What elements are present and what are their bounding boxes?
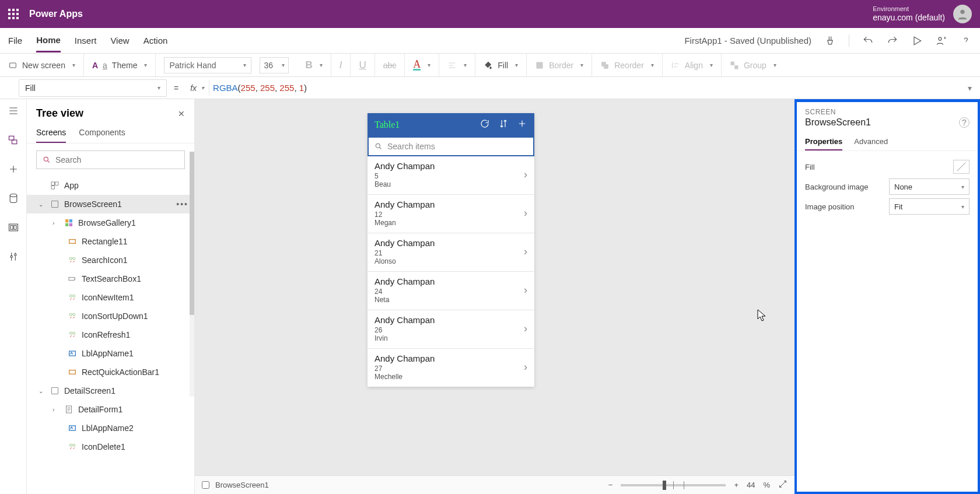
menu-view[interactable]: View (110, 30, 129, 51)
svg-rect-4 (537, 62, 543, 68)
refresh-icon[interactable] (480, 118, 490, 131)
theme-button[interactable]: Aa Theme▾ (84, 54, 156, 76)
font-color-button[interactable]: A▾ (405, 54, 439, 76)
rail-data-icon[interactable] (8, 192, 19, 206)
tree-title: Tree view (36, 107, 178, 120)
border-button[interactable]: Border▾ (527, 54, 592, 76)
menu-file[interactable]: File (8, 30, 22, 51)
svg-point-31 (73, 295, 75, 297)
phone-preview[interactable]: Table1 Search items Andy Champan5Beau›An… (368, 113, 534, 387)
gallery-item[interactable]: Andy Champan27Mechelle› (368, 349, 534, 387)
tree-scrollbar[interactable] (190, 152, 194, 397)
chevron-right-icon[interactable]: › (524, 207, 527, 219)
props-imgpos-select[interactable]: Fit▾ (889, 198, 970, 215)
item-sub2: Mechelle (374, 373, 524, 381)
props-tab-properties[interactable]: Properties (805, 134, 842, 150)
tree-node-iconrefresh1[interactable]: IconRefresh1 (27, 325, 194, 344)
share-icon[interactable] (936, 35, 947, 47)
group-button[interactable]: Group▾ (722, 54, 785, 76)
app-search[interactable]: Search items (368, 136, 534, 156)
menu-home[interactable]: Home (36, 29, 61, 52)
tree-node-iconnewitem1[interactable]: IconNewItem1 (27, 288, 194, 307)
zoom-out-icon[interactable]: − (608, 481, 613, 489)
tree-node-rectquickactionbar1[interactable]: RectQuickActionBar1 (27, 363, 194, 381)
tree-node-lblappname1[interactable]: LblAppName1 (27, 344, 194, 363)
fit-screen-icon[interactable] (778, 479, 788, 491)
chevron-right-icon[interactable]: › (524, 284, 527, 296)
tree-node-iconsortupdown1[interactable]: IconSortUpDown1 (27, 307, 194, 325)
gallery-item[interactable]: Andy Champan24Neta› (368, 272, 534, 310)
topbar: Power Apps Environment enayu.com (defaul… (0, 0, 980, 28)
gallery-item[interactable]: Andy Champan12Megan› (368, 195, 534, 233)
undo-icon[interactable] (862, 35, 874, 47)
user-avatar[interactable] (953, 5, 972, 23)
chevron-right-icon[interactable]: › (524, 361, 527, 373)
rail-tools-icon[interactable] (8, 251, 19, 265)
bold-button[interactable]: B▾ (297, 54, 331, 76)
tree-node-app[interactable]: App (27, 176, 194, 195)
tree-node-browsescreen1[interactable]: ⌄BrowseScreen1••• (27, 195, 194, 213)
tree-node-detailform1[interactable]: ›DetailForm1 (27, 400, 194, 419)
tree-close-icon[interactable]: ✕ (178, 109, 185, 118)
tree-node-lblappname2[interactable]: LblAppName2 (27, 419, 194, 437)
props-tab-advanced[interactable]: Advanced (854, 134, 888, 150)
fill-button[interactable]: Fill▾ (475, 54, 527, 76)
app-checker-icon[interactable] (824, 35, 836, 47)
size-value: 36 (264, 61, 273, 70)
canvas[interactable]: Table1 Search items Andy Champan5Beau›An… (195, 99, 794, 494)
tree-node-searchicon1[interactable]: SearchIcon1 (27, 251, 194, 269)
rail-media-icon[interactable] (8, 222, 19, 236)
tree-node-icondelete1[interactable]: IconDelete1 (27, 437, 194, 456)
chevron-right-icon[interactable]: › (524, 323, 527, 335)
status-screen-checkbox[interactable] (202, 481, 209, 489)
property-value: Fill (25, 83, 36, 93)
fx-button[interactable]: fx▾ (186, 80, 209, 96)
font-select[interactable]: Patrick Hand▾ (164, 57, 251, 73)
zoom-in-icon[interactable]: + (734, 481, 738, 489)
svg-rect-29 (69, 277, 74, 280)
props-fill-swatch[interactable] (953, 160, 970, 174)
help-icon[interactable] (960, 35, 972, 47)
underline-button[interactable]: U (351, 54, 374, 76)
tree-node-textsearchbox1[interactable]: TextSearchBox1 (27, 269, 194, 288)
italic-button[interactable]: I (331, 54, 351, 76)
environment-block[interactable]: Environment enayu.com (default) (873, 5, 945, 23)
gallery-item[interactable]: Andy Champan21Alonso› (368, 233, 534, 272)
rail-insert-icon[interactable] (8, 163, 19, 177)
gallery-item[interactable]: Andy Champan5Beau› (368, 156, 534, 195)
text-align-button[interactable]: ▾ (439, 54, 475, 76)
reorder-button[interactable]: Reorder▾ (592, 54, 663, 76)
tree-search-input[interactable] (55, 155, 178, 164)
menu-insert[interactable]: Insert (75, 30, 97, 51)
props-help-icon[interactable]: ? (959, 117, 970, 128)
rail-treeview-icon[interactable] (8, 134, 19, 148)
tree-tab-screens[interactable]: Screens (36, 123, 66, 143)
strike-button[interactable]: abc (375, 54, 405, 76)
tree-node-rectangle11[interactable]: Rectangle11 (27, 232, 194, 251)
redo-icon[interactable] (887, 35, 898, 47)
tree-search[interactable] (36, 150, 185, 169)
font-size-select[interactable]: 36▾ (260, 57, 289, 73)
rail-hamburger-icon[interactable] (8, 105, 19, 119)
chevron-right-icon[interactable]: › (524, 169, 527, 181)
add-icon[interactable] (517, 118, 527, 131)
new-screen-button[interactable]: New screen▾ (0, 54, 84, 76)
chevron-right-icon[interactable]: › (524, 246, 527, 258)
tree-node-detailscreen1[interactable]: ⌄DetailScreen1 (27, 381, 194, 400)
formula-input[interactable]: RGBA(255, 255, 255, 1) (213, 83, 307, 93)
zoom-slider[interactable] (621, 484, 726, 486)
app-launcher-icon[interactable] (8, 9, 19, 19)
svg-rect-22 (65, 219, 68, 222)
menu-action[interactable]: Action (144, 30, 168, 51)
align-button[interactable]: Align▾ (663, 54, 722, 76)
property-dropdown[interactable]: Fill▾ (19, 79, 167, 97)
formula-expand-icon[interactable]: ▾ (968, 83, 972, 93)
gallery-item[interactable]: Andy Champan26Irvin› (368, 310, 534, 349)
status-bar: BrowseScreen1 − + 44 % (195, 475, 794, 494)
tree-node-more-icon[interactable]: ••• (176, 199, 188, 209)
sort-icon[interactable] (498, 118, 509, 131)
props-bgimage-select[interactable]: None▾ (889, 178, 970, 195)
tree-node-browsegallery1[interactable]: ›BrowseGallery1 (27, 213, 194, 232)
tree-tab-components[interactable]: Components (79, 123, 125, 143)
play-icon[interactable] (911, 35, 923, 47)
